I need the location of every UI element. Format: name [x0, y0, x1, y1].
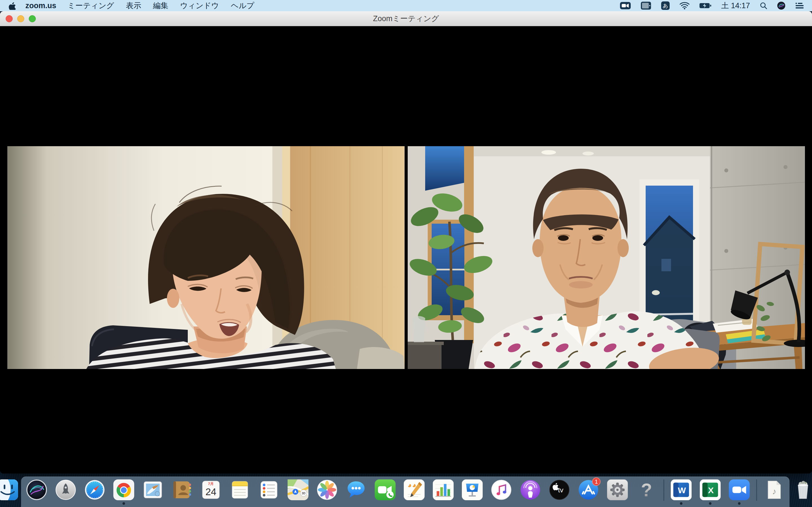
dock-item-system-preferences[interactable]: [607, 480, 628, 500]
dock-item-mail[interactable]: [142, 480, 163, 500]
notification-center-icon[interactable]: [795, 2, 804, 9]
svg-text:?: ?: [641, 480, 652, 500]
numbers-chart-icon: [433, 480, 454, 500]
dock-item-siri[interactable]: [26, 480, 47, 500]
pages-icon: [404, 480, 424, 500]
dock-item-safari[interactable]: [84, 480, 105, 500]
traffic-lights: [6, 11, 36, 26]
dock-item-itunes[interactable]: [491, 480, 512, 500]
dock-item-photos[interactable]: [317, 480, 338, 500]
svg-text:あ: あ: [663, 3, 668, 9]
excel-icon: X: [700, 480, 721, 500]
dock-item-downloads[interactable]: ♪: [763, 480, 784, 500]
finder-icon: [0, 480, 18, 500]
wifi-status-icon[interactable]: [679, 2, 690, 10]
zoom-app-icon: [729, 480, 750, 500]
video-tile-left-participant[interactable]: [7, 146, 405, 369]
dock-item-launchpad[interactable]: [55, 480, 76, 500]
dock-item-contacts[interactable]: [171, 480, 192, 500]
dock-item-app-store[interactable]: 1: [578, 480, 599, 500]
list-icon: [795, 2, 804, 9]
siri-icon: [777, 1, 785, 10]
running-indicator: [709, 502, 712, 505]
close-button[interactable]: [6, 15, 13, 22]
apple-menu-icon[interactable]: [7, 1, 17, 11]
reminders-icon: [259, 480, 280, 500]
svg-text:X: X: [708, 486, 714, 495]
downloads-file-icon: ♪: [763, 480, 784, 500]
svg-text:24: 24: [206, 487, 216, 497]
battery-status-icon[interactable]: [699, 2, 712, 9]
dock-item-word[interactable]: W: [671, 480, 692, 500]
running-indicator: [123, 502, 125, 505]
dock-item-facetime[interactable]: [375, 480, 396, 500]
dock-item-messages[interactable]: [346, 480, 366, 500]
apple-logo-icon: [8, 1, 16, 10]
menu-view[interactable]: 表示: [126, 1, 141, 11]
chrome-icon: [113, 480, 134, 500]
menu-bar: zoom.us ミーティング 表示 編集 ウィンドウ ヘルプ あ: [0, 0, 812, 11]
input-source-icon[interactable]: あ: [661, 1, 670, 10]
maps-icon: 3D: [288, 480, 308, 500]
dock-item-excel[interactable]: X: [700, 480, 721, 500]
display-icon: [641, 1, 651, 10]
menu-meeting[interactable]: ミーティング: [68, 1, 114, 11]
running-indicator: [6, 502, 9, 505]
video-tile-right-participant[interactable]: [408, 146, 805, 369]
dock-item-finder[interactable]: [0, 480, 18, 500]
fullscreen-button[interactable]: [29, 15, 36, 22]
launchpad-rocket-icon: [55, 480, 76, 500]
safari-compass-icon: [84, 480, 105, 500]
zoom-camera-status-icon[interactable]: [620, 1, 631, 10]
app-store-badge: 1: [592, 477, 601, 486]
messages-bubble-icon: [346, 480, 366, 500]
contacts-book-icon: [171, 480, 192, 500]
dock-item-apple-tv[interactable]: tv: [549, 480, 570, 500]
system-preferences-gear-icon: [607, 480, 628, 500]
search-icon: [760, 2, 767, 10]
photos-flower-icon: [317, 480, 338, 500]
active-app-name[interactable]: zoom.us: [26, 1, 56, 10]
dock-item-missing-app[interactable]: ?: [636, 480, 657, 500]
mail-stamp-icon: [142, 480, 163, 500]
svg-text:W: W: [678, 486, 686, 495]
zoom-meeting-window: Zoomミーティング: [0, 11, 812, 473]
running-indicator: [738, 502, 741, 505]
meeting-content: [0, 26, 812, 473]
dock-item-chrome[interactable]: [113, 480, 134, 500]
dock-item-trash[interactable]: [793, 480, 812, 500]
window-title: Zoomミーティング: [373, 13, 439, 24]
dock-item-calendar[interactable]: 7月 24: [200, 480, 221, 500]
left-participant-video: [7, 146, 405, 369]
svg-text:♪: ♪: [772, 487, 776, 496]
dock-item-numbers[interactable]: [433, 480, 454, 500]
svg-text:3D: 3D: [302, 492, 306, 495]
dock-item-keynote[interactable]: [462, 480, 483, 500]
spotlight-search-icon[interactable]: [760, 2, 767, 10]
sidecar-display-icon[interactable]: [641, 1, 651, 10]
dock-item-notes[interactable]: [230, 480, 250, 500]
keynote-icon: [462, 480, 483, 500]
window-title-bar[interactable]: Zoomミーティング: [0, 11, 812, 26]
svg-text:7月: 7月: [208, 482, 214, 486]
question-mark-icon: ?: [636, 480, 657, 500]
menu-help[interactable]: ヘルプ: [231, 1, 254, 11]
japanese-input-icon: あ: [661, 1, 670, 10]
dock-item-maps[interactable]: 3D: [288, 480, 308, 500]
notes-icon: [230, 480, 250, 500]
itunes-music-icon: [491, 480, 512, 500]
video-camera-icon: [620, 1, 631, 10]
dock-item-reminders[interactable]: [259, 480, 280, 500]
dock-item-podcasts[interactable]: [520, 480, 541, 500]
dock-divider: [756, 480, 757, 501]
menu-window[interactable]: ウィンドウ: [180, 1, 219, 11]
siri-status-icon[interactable]: [777, 1, 785, 10]
dock-item-pages[interactable]: [404, 480, 424, 500]
wifi-icon: [679, 2, 690, 10]
minimize-button[interactable]: [17, 15, 24, 22]
menu-edit[interactable]: 編集: [153, 1, 168, 11]
dock-item-zoom[interactable]: [729, 480, 750, 500]
apple-tv-icon: tv: [549, 480, 570, 500]
menu-bar-clock[interactable]: 土 14:17: [721, 1, 750, 11]
running-indicator: [680, 502, 682, 505]
